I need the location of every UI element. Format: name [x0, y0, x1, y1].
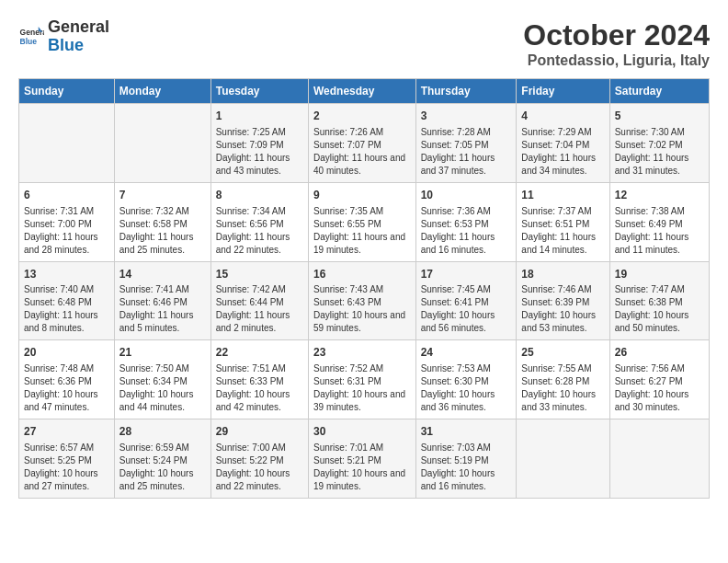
day-number: 11	[521, 188, 604, 203]
day-cell: 13Sunrise: 7:40 AM Sunset: 6:48 PM Dayli…	[19, 261, 115, 340]
day-info: Sunrise: 7:50 AM Sunset: 6:34 PM Dayligh…	[119, 362, 206, 414]
day-cell: 25Sunrise: 7:55 AM Sunset: 6:28 PM Dayli…	[517, 340, 609, 419]
day-info: Sunrise: 7:42 AM Sunset: 6:44 PM Dayligh…	[216, 283, 303, 335]
day-info: Sunrise: 7:56 AM Sunset: 6:27 PM Dayligh…	[615, 362, 704, 414]
logo-text: GeneralBlue	[48, 18, 109, 55]
day-cell: 11Sunrise: 7:37 AM Sunset: 6:51 PM Dayli…	[517, 182, 609, 261]
day-cell	[19, 104, 115, 183]
day-number: 31	[421, 424, 512, 440]
day-number: 13	[24, 267, 109, 282]
day-cell: 15Sunrise: 7:42 AM Sunset: 6:44 PM Dayli…	[210, 261, 308, 340]
day-info: Sunrise: 7:47 AM Sunset: 6:38 PM Dayligh…	[615, 283, 704, 335]
weekday-header-tuesday: Tuesday	[210, 79, 308, 104]
location-title: Pontedassio, Liguria, Italy	[523, 52, 710, 69]
day-info: Sunrise: 7:32 AM Sunset: 6:58 PM Dayligh…	[119, 205, 206, 257]
day-info: Sunrise: 7:46 AM Sunset: 6:39 PM Dayligh…	[521, 283, 604, 335]
day-info: Sunrise: 7:34 AM Sunset: 6:56 PM Dayligh…	[216, 205, 303, 257]
weekday-header-friday: Friday	[517, 79, 609, 104]
day-number: 7	[119, 188, 206, 203]
title-area: October 2024 Pontedassio, Liguria, Italy	[523, 18, 710, 69]
day-cell: 30Sunrise: 7:01 AM Sunset: 5:21 PM Dayli…	[308, 419, 415, 499]
day-number: 5	[615, 109, 704, 124]
day-info: Sunrise: 7:01 AM Sunset: 5:21 PM Dayligh…	[313, 442, 411, 493]
day-info: Sunrise: 7:25 AM Sunset: 7:09 PM Dayligh…	[216, 126, 303, 178]
day-cell: 19Sunrise: 7:47 AM Sunset: 6:38 PM Dayli…	[609, 261, 709, 340]
day-number: 12	[615, 188, 704, 203]
day-number: 14	[119, 267, 206, 282]
day-number: 22	[216, 345, 303, 361]
day-cell: 14Sunrise: 7:41 AM Sunset: 6:46 PM Dayli…	[114, 261, 210, 340]
day-info: Sunrise: 7:37 AM Sunset: 6:51 PM Dayligh…	[521, 205, 604, 257]
day-number: 30	[313, 424, 411, 440]
day-cell: 2Sunrise: 7:26 AM Sunset: 7:07 PM Daylig…	[308, 104, 415, 183]
logo: General Blue GeneralBlue	[18, 18, 109, 55]
day-number: 2	[313, 109, 411, 124]
page-header: General Blue GeneralBlue October 2024 Po…	[18, 18, 710, 69]
day-cell: 5Sunrise: 7:30 AM Sunset: 7:02 PM Daylig…	[609, 104, 709, 183]
day-cell: 9Sunrise: 7:35 AM Sunset: 6:55 PM Daylig…	[308, 182, 415, 261]
day-number: 4	[521, 109, 604, 124]
day-number: 25	[521, 345, 604, 361]
day-cell	[609, 419, 709, 499]
day-info: Sunrise: 7:00 AM Sunset: 5:22 PM Dayligh…	[216, 442, 303, 493]
day-info: Sunrise: 7:41 AM Sunset: 6:46 PM Dayligh…	[119, 283, 206, 335]
day-cell: 7Sunrise: 7:32 AM Sunset: 6:58 PM Daylig…	[114, 182, 210, 261]
day-cell: 27Sunrise: 6:57 AM Sunset: 5:25 PM Dayli…	[19, 419, 115, 499]
day-number: 1	[216, 109, 303, 124]
day-info: Sunrise: 7:45 AM Sunset: 6:41 PM Dayligh…	[421, 283, 512, 335]
week-row-4: 20Sunrise: 7:48 AM Sunset: 6:36 PM Dayli…	[19, 340, 710, 419]
day-cell: 24Sunrise: 7:53 AM Sunset: 6:30 PM Dayli…	[415, 340, 517, 419]
day-info: Sunrise: 7:26 AM Sunset: 7:07 PM Dayligh…	[313, 126, 411, 178]
day-info: Sunrise: 7:38 AM Sunset: 6:49 PM Dayligh…	[615, 205, 704, 257]
svg-text:Blue: Blue	[20, 37, 38, 46]
month-title: October 2024	[523, 18, 710, 52]
day-number: 23	[313, 345, 411, 361]
day-number: 18	[521, 267, 604, 282]
day-cell: 17Sunrise: 7:45 AM Sunset: 6:41 PM Dayli…	[415, 261, 517, 340]
day-cell: 20Sunrise: 7:48 AM Sunset: 6:36 PM Dayli…	[19, 340, 115, 419]
day-cell: 29Sunrise: 7:00 AM Sunset: 5:22 PM Dayli…	[210, 419, 308, 499]
day-cell	[114, 104, 210, 183]
day-number: 21	[119, 345, 206, 361]
week-row-2: 6Sunrise: 7:31 AM Sunset: 7:00 PM Daylig…	[19, 182, 710, 261]
day-number: 15	[216, 267, 303, 282]
day-number: 16	[313, 267, 411, 282]
day-number: 17	[421, 267, 512, 282]
day-info: Sunrise: 7:40 AM Sunset: 6:48 PM Dayligh…	[24, 283, 109, 335]
day-number: 3	[421, 109, 512, 124]
weekday-header-sunday: Sunday	[19, 79, 115, 104]
day-info: Sunrise: 7:29 AM Sunset: 7:04 PM Dayligh…	[521, 126, 604, 178]
day-cell	[517, 419, 609, 499]
weekday-header-thursday: Thursday	[415, 79, 517, 104]
day-cell: 16Sunrise: 7:43 AM Sunset: 6:43 PM Dayli…	[308, 261, 415, 340]
day-cell: 4Sunrise: 7:29 AM Sunset: 7:04 PM Daylig…	[517, 104, 609, 183]
day-number: 27	[24, 424, 109, 440]
weekday-header-wednesday: Wednesday	[308, 79, 415, 104]
day-number: 10	[421, 188, 512, 203]
day-number: 29	[216, 424, 303, 440]
weekday-header-monday: Monday	[114, 79, 210, 104]
day-number: 26	[615, 345, 704, 361]
day-info: Sunrise: 7:30 AM Sunset: 7:02 PM Dayligh…	[615, 126, 704, 178]
day-info: Sunrise: 7:03 AM Sunset: 5:19 PM Dayligh…	[421, 442, 512, 493]
day-cell: 12Sunrise: 7:38 AM Sunset: 6:49 PM Dayli…	[609, 182, 709, 261]
logo-icon: General Blue	[18, 24, 44, 50]
day-info: Sunrise: 7:55 AM Sunset: 6:28 PM Dayligh…	[521, 362, 604, 414]
day-info: Sunrise: 7:31 AM Sunset: 7:00 PM Dayligh…	[24, 205, 109, 257]
week-row-3: 13Sunrise: 7:40 AM Sunset: 6:48 PM Dayli…	[19, 261, 710, 340]
day-number: 8	[216, 188, 303, 203]
svg-text:General: General	[20, 28, 44, 37]
day-number: 20	[24, 345, 109, 361]
day-info: Sunrise: 7:43 AM Sunset: 6:43 PM Dayligh…	[313, 283, 411, 335]
day-info: Sunrise: 6:57 AM Sunset: 5:25 PM Dayligh…	[24, 442, 109, 493]
day-info: Sunrise: 7:28 AM Sunset: 7:05 PM Dayligh…	[421, 126, 512, 178]
day-info: Sunrise: 7:48 AM Sunset: 6:36 PM Dayligh…	[24, 362, 109, 414]
weekday-header-saturday: Saturday	[609, 79, 709, 104]
day-cell: 1Sunrise: 7:25 AM Sunset: 7:09 PM Daylig…	[210, 104, 308, 183]
day-cell: 23Sunrise: 7:52 AM Sunset: 6:31 PM Dayli…	[308, 340, 415, 419]
day-cell: 3Sunrise: 7:28 AM Sunset: 7:05 PM Daylig…	[415, 104, 517, 183]
day-number: 9	[313, 188, 411, 203]
day-info: Sunrise: 7:36 AM Sunset: 6:53 PM Dayligh…	[421, 205, 512, 257]
day-cell: 21Sunrise: 7:50 AM Sunset: 6:34 PM Dayli…	[114, 340, 210, 419]
day-info: Sunrise: 7:35 AM Sunset: 6:55 PM Dayligh…	[313, 205, 411, 257]
